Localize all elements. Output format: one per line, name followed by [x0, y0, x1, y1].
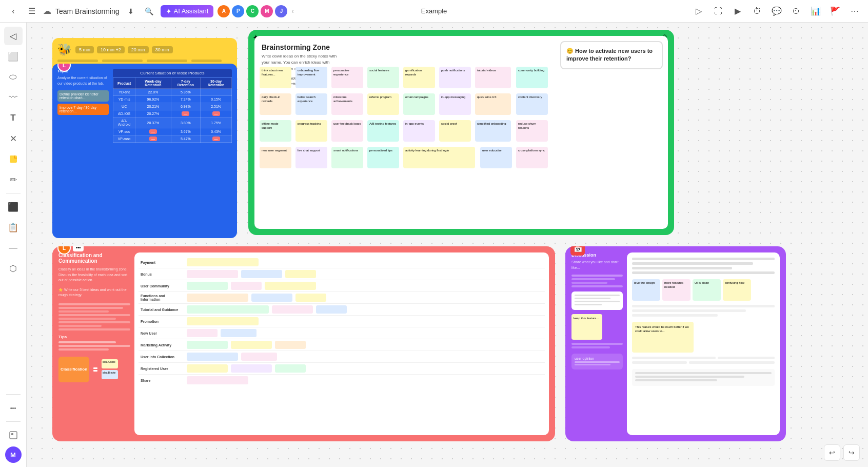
flow-bars-promotion	[185, 316, 545, 327]
cell-30day: 2.51%	[201, 103, 232, 110]
cell-7day: 7.24%	[171, 96, 201, 103]
blue-note-1: Define provider identifierretention char…	[57, 90, 109, 102]
sidebar-board[interactable]	[4, 426, 23, 444]
undo-button[interactable]: ↩	[824, 444, 840, 461]
bottom-toolbar: ↩ ↪	[824, 444, 860, 461]
purple-comment	[632, 369, 775, 386]
p-sticky-big: This feature would be much better if we …	[632, 322, 694, 353]
blue-notes: Define provider identifierretention char…	[57, 90, 109, 115]
history-button[interactable]: ⏲	[789, 4, 803, 18]
flow-row-collection: User Info Collection	[139, 351, 545, 363]
flow-label-marketing: Marketing Activity	[139, 339, 185, 351]
orange-frame-avatar: L	[57, 246, 71, 255]
purple-bottom-notes	[632, 357, 775, 359]
timer-button[interactable]: ⏱	[750, 4, 764, 18]
classification-group: Classification idea A note idea B note	[58, 357, 130, 382]
sidebar-draw[interactable]: ✏	[4, 170, 23, 189]
flow-label-community: User Community	[139, 280, 185, 292]
download-button[interactable]: ⬇	[124, 4, 138, 18]
cell-30day: 0.43%	[201, 128, 232, 135]
table-row: VP-mac — 5.47% —	[113, 135, 232, 143]
menu-button[interactable]: ☰	[25, 4, 39, 18]
sidebar-pen[interactable]: 〰	[4, 88, 23, 107]
sticky-9: daily check-in rewards	[260, 93, 291, 115]
col-7day: 7-day Retention	[171, 78, 201, 89]
tag-10min: 10 min +2	[97, 46, 125, 53]
avatar-1[interactable]: A	[218, 5, 230, 17]
col-weekday: Week-day Retention	[135, 78, 171, 89]
avatars-more[interactable]: ‹	[291, 8, 293, 15]
cell-7day: —	[171, 110, 201, 118]
cell-30day: —	[201, 110, 232, 118]
present-button[interactable]: ⛶	[711, 4, 725, 18]
p-sticky-4: confusing flow	[723, 279, 751, 301]
expand-button[interactable]: ▷	[692, 4, 706, 18]
blue-topic-text: Analyse the current situation of our vid…	[57, 75, 109, 86]
table-row: YD-mis 96.92% 7.24% 0.15%	[113, 96, 232, 103]
cell-weekday: —	[135, 135, 171, 143]
search-button[interactable]: 🔍	[142, 4, 156, 18]
sidebar-select[interactable]: ◁	[4, 27, 23, 45]
chart-button[interactable]: 📊	[808, 4, 823, 18]
col-30day: 30-day Retention	[201, 78, 232, 89]
purple-sidebar: Discussion Share what you like and don't…	[571, 252, 623, 435]
avatar-2[interactable]: P	[232, 5, 244, 17]
purple-user-box: user opinion	[571, 354, 623, 369]
time-tags: 5 min 10 min +2 20 min 30 min	[75, 46, 173, 53]
sidebar-divider-tool[interactable]: —	[4, 239, 23, 257]
flow-row-marketing: Marketing Activity	[139, 339, 545, 351]
sidebar-user-avatar[interactable]: M	[5, 446, 22, 463]
flow-bars-share	[185, 375, 545, 386]
sidebar-text[interactable]: T	[4, 109, 23, 127]
tag-20min: 20 min	[128, 46, 149, 53]
canvas-area[interactable]: 🐝 5 min 10 min +2 20 min 30 min	[27, 23, 868, 467]
sidebar-eraser[interactable]: ✕	[4, 129, 23, 148]
ai-assistant-button[interactable]: ✦ AI Assistant	[161, 5, 214, 17]
flow-row-tutorial: Tutorial and Guidance	[139, 304, 545, 316]
blue-note-2: Improve 7-day / 30-dayretention...	[57, 104, 109, 115]
classification-stickies: idea A note idea B note	[102, 359, 118, 379]
sidebar-table[interactable]: ⬛	[4, 198, 23, 216]
topbar: ‹ ☰ ☁ Team Brainstorming ⬇ 🔍 ✦ AI Assist…	[0, 0, 868, 23]
back-button[interactable]: ‹	[6, 4, 21, 18]
flow-row-community: User Community	[139, 280, 545, 292]
cell-weekday: 22.0%	[135, 89, 171, 96]
sidebar-more[interactable]: •••	[4, 399, 23, 417]
comment-button[interactable]: 💬	[770, 4, 784, 18]
flow-label-functions: Functions and Information	[139, 292, 185, 304]
topbar-right: ▷ ⛶ ▶ ⏱ 💬 ⏲ 📊 🚩 ⋯	[692, 4, 862, 18]
flow-label-promotion: Promotion	[139, 316, 185, 327]
sticky-26: live chat support	[295, 147, 327, 168]
blue-table-wrapper: Current Situation of Video Products Prod…	[113, 69, 232, 233]
sidebar-frame[interactable]: ⬜	[4, 47, 23, 66]
play-button[interactable]: ▶	[731, 4, 745, 18]
sticky-5: gamification rewards	[403, 67, 435, 88]
classification-box: Classification	[58, 357, 89, 382]
sidebar-shape[interactable]: ⬭	[4, 68, 23, 86]
avatar-3[interactable]: C	[246, 5, 259, 17]
avatar-4[interactable]: M	[261, 5, 273, 17]
flag-button[interactable]: 🚩	[828, 4, 842, 18]
bee-icon: 🐝	[57, 43, 71, 56]
sticky-6: push notifications	[439, 67, 471, 88]
avatar-5[interactable]: J	[275, 5, 287, 17]
flow-row-functions: Functions and Information	[139, 292, 545, 304]
tips-label: Tips	[58, 335, 130, 339]
blue-content: Topic Analyse the current situation of o…	[57, 69, 232, 233]
divider-1	[6, 193, 21, 193]
frame-purple: 📅 Discussion Share what you like and don…	[565, 246, 786, 441]
blue-frame-header: L	[57, 64, 71, 72]
sticky-28: personalized tips	[367, 147, 399, 168]
sidebar-plugin[interactable]: ⬡	[4, 259, 23, 278]
cell-30day	[201, 89, 232, 96]
main-question: 😊 How to activate new users to improve t…	[560, 41, 663, 69]
sidebar-sticky[interactable]	[4, 150, 23, 168]
flow-bars-community	[185, 280, 545, 292]
orange-frame-header: L •••	[57, 246, 84, 255]
redo-button[interactable]: ↪	[843, 444, 860, 461]
flow-label-registered: Registered User	[139, 363, 185, 375]
more-button[interactable]: ⋯	[847, 4, 862, 18]
sticky-14: in-app messaging	[439, 93, 471, 115]
sidebar-template[interactable]: 📋	[4, 218, 23, 237]
blue-sidebar: Topic Analyse the current situation of o…	[57, 69, 109, 233]
